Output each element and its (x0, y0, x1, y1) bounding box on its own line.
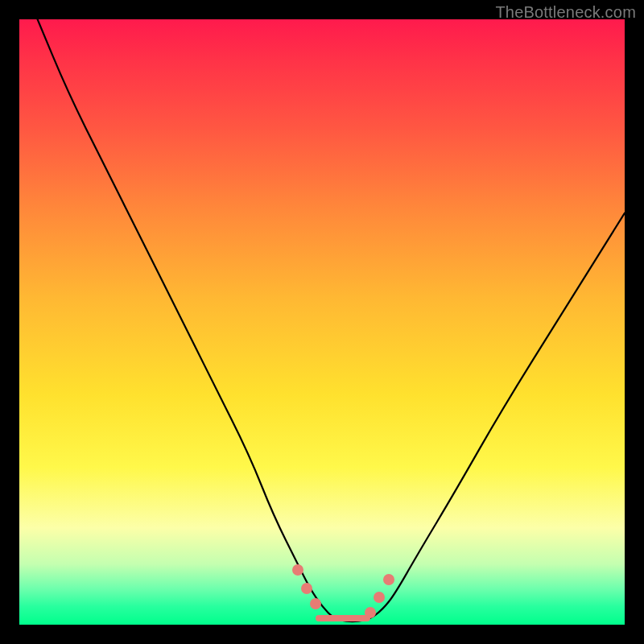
marker-point (310, 598, 321, 609)
plot-area (19, 19, 625, 625)
marker-layer (19, 19, 625, 625)
marker-point (301, 583, 312, 594)
chart-frame: TheBottleneck.com (0, 0, 644, 644)
marker-point (292, 564, 303, 576)
marker-point (374, 592, 385, 603)
marker-point (383, 574, 394, 585)
flat-segment (316, 615, 370, 621)
watermark-text: TheBottleneck.com (495, 3, 636, 22)
